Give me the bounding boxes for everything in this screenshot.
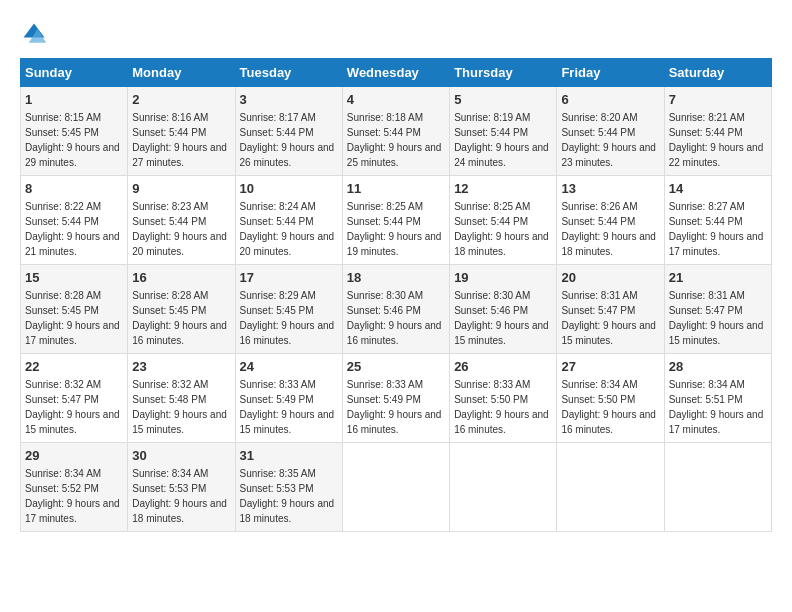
calendar-cell: 28 Sunrise: 8:34 AM Sunset: 5:51 PM Dayl… <box>664 354 771 443</box>
day-number: 22 <box>25 359 123 374</box>
day-info: Sunrise: 8:26 AM Sunset: 5:44 PM Dayligh… <box>561 199 659 259</box>
day-number: 20 <box>561 270 659 285</box>
calendar-cell: 9 Sunrise: 8:23 AM Sunset: 5:44 PM Dayli… <box>128 176 235 265</box>
day-info: Sunrise: 8:33 AM Sunset: 5:49 PM Dayligh… <box>347 377 445 437</box>
day-number: 15 <box>25 270 123 285</box>
calendar-cell: 13 Sunrise: 8:26 AM Sunset: 5:44 PM Dayl… <box>557 176 664 265</box>
calendar-cell: 23 Sunrise: 8:32 AM Sunset: 5:48 PM Dayl… <box>128 354 235 443</box>
day-number: 13 <box>561 181 659 196</box>
day-info: Sunrise: 8:19 AM Sunset: 5:44 PM Dayligh… <box>454 110 552 170</box>
calendar-cell <box>450 443 557 532</box>
calendar-cell: 29 Sunrise: 8:34 AM Sunset: 5:52 PM Dayl… <box>21 443 128 532</box>
calendar-cell: 26 Sunrise: 8:33 AM Sunset: 5:50 PM Dayl… <box>450 354 557 443</box>
day-number: 2 <box>132 92 230 107</box>
calendar-cell: 11 Sunrise: 8:25 AM Sunset: 5:44 PM Dayl… <box>342 176 449 265</box>
calendar-week-row: 8 Sunrise: 8:22 AM Sunset: 5:44 PM Dayli… <box>21 176 772 265</box>
calendar-cell: 30 Sunrise: 8:34 AM Sunset: 5:53 PM Dayl… <box>128 443 235 532</box>
calendar-cell: 15 Sunrise: 8:28 AM Sunset: 5:45 PM Dayl… <box>21 265 128 354</box>
calendar-cell: 8 Sunrise: 8:22 AM Sunset: 5:44 PM Dayli… <box>21 176 128 265</box>
day-info: Sunrise: 8:20 AM Sunset: 5:44 PM Dayligh… <box>561 110 659 170</box>
day-number: 4 <box>347 92 445 107</box>
day-info: Sunrise: 8:22 AM Sunset: 5:44 PM Dayligh… <box>25 199 123 259</box>
day-info: Sunrise: 8:34 AM Sunset: 5:51 PM Dayligh… <box>669 377 767 437</box>
calendar-cell: 12 Sunrise: 8:25 AM Sunset: 5:44 PM Dayl… <box>450 176 557 265</box>
day-number: 14 <box>669 181 767 196</box>
day-info: Sunrise: 8:31 AM Sunset: 5:47 PM Dayligh… <box>669 288 767 348</box>
day-number: 10 <box>240 181 338 196</box>
day-info: Sunrise: 8:34 AM Sunset: 5:50 PM Dayligh… <box>561 377 659 437</box>
calendar-cell: 18 Sunrise: 8:30 AM Sunset: 5:46 PM Dayl… <box>342 265 449 354</box>
day-number: 16 <box>132 270 230 285</box>
calendar-cell: 7 Sunrise: 8:21 AM Sunset: 5:44 PM Dayli… <box>664 87 771 176</box>
calendar-week-row: 15 Sunrise: 8:28 AM Sunset: 5:45 PM Dayl… <box>21 265 772 354</box>
calendar-cell: 4 Sunrise: 8:18 AM Sunset: 5:44 PM Dayli… <box>342 87 449 176</box>
day-number: 18 <box>347 270 445 285</box>
day-info: Sunrise: 8:35 AM Sunset: 5:53 PM Dayligh… <box>240 466 338 526</box>
day-info: Sunrise: 8:33 AM Sunset: 5:50 PM Dayligh… <box>454 377 552 437</box>
day-info: Sunrise: 8:30 AM Sunset: 5:46 PM Dayligh… <box>347 288 445 348</box>
logo <box>20 20 52 48</box>
day-info: Sunrise: 8:25 AM Sunset: 5:44 PM Dayligh… <box>454 199 552 259</box>
day-number: 28 <box>669 359 767 374</box>
day-number: 9 <box>132 181 230 196</box>
day-header-thursday: Thursday <box>450 59 557 87</box>
calendar-cell: 27 Sunrise: 8:34 AM Sunset: 5:50 PM Dayl… <box>557 354 664 443</box>
calendar-cell <box>557 443 664 532</box>
day-info: Sunrise: 8:32 AM Sunset: 5:47 PM Dayligh… <box>25 377 123 437</box>
day-info: Sunrise: 8:28 AM Sunset: 5:45 PM Dayligh… <box>25 288 123 348</box>
day-info: Sunrise: 8:34 AM Sunset: 5:53 PM Dayligh… <box>132 466 230 526</box>
logo-icon <box>20 20 48 48</box>
day-info: Sunrise: 8:23 AM Sunset: 5:44 PM Dayligh… <box>132 199 230 259</box>
day-number: 12 <box>454 181 552 196</box>
day-number: 19 <box>454 270 552 285</box>
page-header <box>20 20 772 48</box>
calendar-cell: 10 Sunrise: 8:24 AM Sunset: 5:44 PM Dayl… <box>235 176 342 265</box>
day-header-friday: Friday <box>557 59 664 87</box>
day-info: Sunrise: 8:28 AM Sunset: 5:45 PM Dayligh… <box>132 288 230 348</box>
day-number: 27 <box>561 359 659 374</box>
day-number: 5 <box>454 92 552 107</box>
day-header-monday: Monday <box>128 59 235 87</box>
calendar-week-row: 1 Sunrise: 8:15 AM Sunset: 5:45 PM Dayli… <box>21 87 772 176</box>
calendar-cell: 2 Sunrise: 8:16 AM Sunset: 5:44 PM Dayli… <box>128 87 235 176</box>
day-info: Sunrise: 8:17 AM Sunset: 5:44 PM Dayligh… <box>240 110 338 170</box>
calendar-cell: 22 Sunrise: 8:32 AM Sunset: 5:47 PM Dayl… <box>21 354 128 443</box>
calendar-cell: 6 Sunrise: 8:20 AM Sunset: 5:44 PM Dayli… <box>557 87 664 176</box>
calendar-cell: 16 Sunrise: 8:28 AM Sunset: 5:45 PM Dayl… <box>128 265 235 354</box>
day-info: Sunrise: 8:25 AM Sunset: 5:44 PM Dayligh… <box>347 199 445 259</box>
calendar-cell <box>342 443 449 532</box>
day-number: 21 <box>669 270 767 285</box>
day-info: Sunrise: 8:29 AM Sunset: 5:45 PM Dayligh… <box>240 288 338 348</box>
day-info: Sunrise: 8:32 AM Sunset: 5:48 PM Dayligh… <box>132 377 230 437</box>
day-number: 6 <box>561 92 659 107</box>
day-number: 26 <box>454 359 552 374</box>
calendar-cell: 14 Sunrise: 8:27 AM Sunset: 5:44 PM Dayl… <box>664 176 771 265</box>
day-info: Sunrise: 8:24 AM Sunset: 5:44 PM Dayligh… <box>240 199 338 259</box>
calendar-cell <box>664 443 771 532</box>
day-info: Sunrise: 8:18 AM Sunset: 5:44 PM Dayligh… <box>347 110 445 170</box>
day-number: 1 <box>25 92 123 107</box>
calendar-cell: 17 Sunrise: 8:29 AM Sunset: 5:45 PM Dayl… <box>235 265 342 354</box>
day-number: 17 <box>240 270 338 285</box>
calendar-cell: 31 Sunrise: 8:35 AM Sunset: 5:53 PM Dayl… <box>235 443 342 532</box>
day-info: Sunrise: 8:15 AM Sunset: 5:45 PM Dayligh… <box>25 110 123 170</box>
day-info: Sunrise: 8:16 AM Sunset: 5:44 PM Dayligh… <box>132 110 230 170</box>
calendar-table: SundayMondayTuesdayWednesdayThursdayFrid… <box>20 58 772 532</box>
day-number: 31 <box>240 448 338 463</box>
calendar-week-row: 22 Sunrise: 8:32 AM Sunset: 5:47 PM Dayl… <box>21 354 772 443</box>
calendar-cell: 5 Sunrise: 8:19 AM Sunset: 5:44 PM Dayli… <box>450 87 557 176</box>
day-number: 7 <box>669 92 767 107</box>
day-header-wednesday: Wednesday <box>342 59 449 87</box>
day-number: 8 <box>25 181 123 196</box>
day-info: Sunrise: 8:34 AM Sunset: 5:52 PM Dayligh… <box>25 466 123 526</box>
day-number: 24 <box>240 359 338 374</box>
calendar-cell: 25 Sunrise: 8:33 AM Sunset: 5:49 PM Dayl… <box>342 354 449 443</box>
day-info: Sunrise: 8:30 AM Sunset: 5:46 PM Dayligh… <box>454 288 552 348</box>
day-info: Sunrise: 8:31 AM Sunset: 5:47 PM Dayligh… <box>561 288 659 348</box>
calendar-cell: 20 Sunrise: 8:31 AM Sunset: 5:47 PM Dayl… <box>557 265 664 354</box>
day-info: Sunrise: 8:27 AM Sunset: 5:44 PM Dayligh… <box>669 199 767 259</box>
calendar-cell: 19 Sunrise: 8:30 AM Sunset: 5:46 PM Dayl… <box>450 265 557 354</box>
calendar-cell: 1 Sunrise: 8:15 AM Sunset: 5:45 PM Dayli… <box>21 87 128 176</box>
day-header-sunday: Sunday <box>21 59 128 87</box>
day-info: Sunrise: 8:21 AM Sunset: 5:44 PM Dayligh… <box>669 110 767 170</box>
